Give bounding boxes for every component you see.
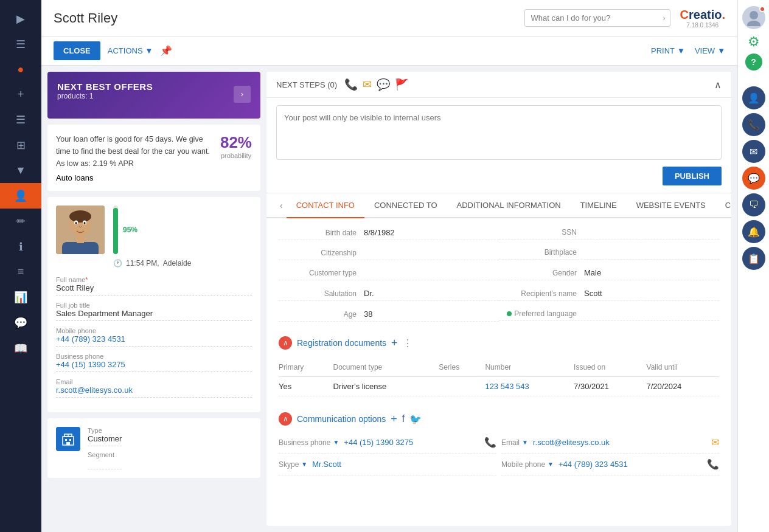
- comm-skype-label: Skype▼: [279, 460, 307, 469]
- caret-icon: ▼: [333, 439, 339, 446]
- comm-options-add-button[interactable]: +: [391, 413, 397, 426]
- comm-skype-value[interactable]: Mr.Scott: [312, 460, 341, 469]
- reg-docs-add-button[interactable]: +: [391, 337, 398, 350]
- view-chevron-icon: ▼: [717, 46, 725, 55]
- contact-info-grid: Birth date 8/8/1982 Citizenship Customer…: [279, 228, 719, 330]
- full-name-value: Scott Riley: [56, 283, 252, 295]
- post-input[interactable]: [276, 105, 722, 160]
- nav-documents[interactable]: ☰: [0, 107, 41, 133]
- publish-button[interactable]: PUBLISH: [663, 167, 722, 185]
- nav-chat[interactable]: 💬: [0, 310, 41, 336]
- print-button[interactable]: PRINT ▼: [651, 46, 685, 55]
- tab-website-events[interactable]: WEBSITE EVENTS: [627, 193, 715, 218]
- reg-docs-menu-button[interactable]: ⋮: [403, 337, 412, 349]
- toolbar-right: PRINT ▼ VIEW ▼: [651, 46, 725, 55]
- ssn-row: SSN: [499, 228, 719, 240]
- view-button[interactable]: VIEW ▼: [695, 46, 725, 55]
- nav-chart[interactable]: 📊: [0, 285, 41, 310]
- nav-edit[interactable]: ✏: [0, 209, 41, 234]
- tab-additional-info[interactable]: ADDITIONAL INFORMATION: [447, 193, 571, 218]
- completeness-section: 95%: [113, 206, 252, 254]
- step-email-icon[interactable]: ✉: [363, 78, 372, 91]
- cell-number: 123 543 543: [485, 377, 574, 396]
- tabs-prev-button[interactable]: ‹: [276, 195, 287, 216]
- actions-button[interactable]: ACTIONS ▼: [108, 46, 153, 55]
- creatio-logo: Creatio. 7.18.0.1346: [680, 8, 725, 29]
- reg-docs-title: Registration documents: [297, 338, 386, 348]
- tab-contact-info[interactable]: CONTACT INFO: [287, 193, 364, 218]
- close-button[interactable]: CLOSE: [54, 41, 100, 60]
- svg-rect-7: [62, 242, 99, 254]
- email-value[interactable]: r.scott@elitesys.co.uk: [56, 385, 252, 398]
- nav-book[interactable]: 📖: [0, 336, 41, 361]
- comm-options-grid: Business phone▼ +44 (15) 1390 3275 📞 Ema…: [279, 437, 719, 475]
- comm-mobile-icon: 📞: [707, 458, 719, 470]
- print-chevron-icon: ▼: [677, 46, 685, 55]
- collapse-button[interactable]: ∧: [714, 79, 722, 91]
- mobile-value[interactable]: +44 (789) 323 4531: [56, 334, 252, 347]
- comm-mobile-phone-value[interactable]: +44 (789) 323 4531: [558, 460, 628, 469]
- nav-list[interactable]: ≡: [0, 260, 41, 285]
- tab-timeline[interactable]: TIMELINE: [571, 193, 627, 218]
- comm-email-value[interactable]: r.scott@elitesys.co.uk: [533, 438, 610, 447]
- table-row[interactable]: Yes Driver's license 123 543 543 7/30/20…: [279, 377, 719, 396]
- nav-info[interactable]: ℹ: [0, 234, 41, 260]
- rp-bell-icon[interactable]: 🔔: [742, 220, 765, 243]
- nav-expand[interactable]: ▶: [0, 6, 41, 32]
- svg-rect-12: [65, 439, 67, 441]
- comm-business-phone-value[interactable]: +44 (15) 1390 3275: [344, 438, 413, 447]
- nav-menu[interactable]: ☰: [0, 32, 41, 57]
- tab-communic[interactable]: COMMUNIC...: [715, 193, 731, 218]
- facebook-icon[interactable]: f: [402, 413, 405, 424]
- rp-chat2-icon[interactable]: 🗨: [742, 193, 765, 216]
- business-value[interactable]: +44 (15) 1390 3275: [56, 360, 252, 372]
- rp-notes-icon[interactable]: 📋: [742, 247, 765, 270]
- search-arrow-icon: ›: [663, 14, 666, 22]
- left-navigation: ▶ ☰ ● + ☰ ⊞ ▼ 👤 ✏ ℹ ≡ 📊 💬 📖: [0, 0, 41, 532]
- comm-mobile-phone-row: Mobile phone▼ +44 (789) 323 4531 📞: [501, 458, 719, 475]
- col-doc-type: Document type: [333, 361, 439, 377]
- nav-play[interactable]: ●: [0, 57, 41, 82]
- comm-phone-icon: 📞: [484, 437, 496, 448]
- gender-row: Gender Male: [499, 268, 719, 280]
- nav-filter[interactable]: ▼: [0, 158, 41, 183]
- user-avatar[interactable]: [742, 6, 765, 29]
- email-label: Email: [56, 378, 252, 385]
- birth-date-label: Birth date: [279, 229, 364, 237]
- rp-chat-icon[interactable]: 💬: [742, 167, 765, 190]
- tab-connected-to[interactable]: CONNECTED TO: [364, 193, 447, 218]
- rp-mail-icon[interactable]: ✉: [742, 140, 765, 163]
- comm-options-toggle-button[interactable]: ∧: [279, 412, 292, 426]
- logo-reatio-text: reatio: [689, 8, 722, 21]
- pin-icon[interactable]: 📌: [160, 45, 172, 57]
- step-phone-icon[interactable]: 📞: [344, 78, 358, 91]
- offer-label: Auto loans: [56, 173, 211, 182]
- step-chat-icon[interactable]: 💬: [377, 78, 390, 91]
- completeness-bar: [113, 206, 118, 254]
- search-input[interactable]: [524, 9, 670, 27]
- rp-phone-icon[interactable]: 📞: [742, 113, 765, 136]
- table-header-row: Primary Document type Series Number Issu…: [279, 361, 719, 377]
- nav-add[interactable]: +: [0, 82, 41, 107]
- rp-person-icon[interactable]: 👤: [742, 86, 765, 109]
- reg-docs-table: Primary Document type Series Number Issu…: [279, 361, 719, 396]
- profile-photo: [56, 206, 105, 254]
- job-title-label: Full job title: [56, 302, 252, 309]
- citizenship-row: Citizenship: [279, 249, 499, 260]
- nav-contacts[interactable]: 👤: [0, 183, 41, 209]
- twitter-icon[interactable]: 🐦: [409, 413, 422, 425]
- nav-grid[interactable]: ⊞: [0, 133, 41, 158]
- col-primary: Primary: [279, 361, 333, 377]
- help-icon[interactable]: ?: [745, 54, 762, 71]
- page-title: Scott Riley: [54, 10, 117, 26]
- right-panel: ⚙ ? 👤 📞 ✉ 💬 🗨 🔔 📋: [737, 0, 769, 532]
- step-flag-icon[interactable]: 🚩: [395, 78, 408, 91]
- right-content-panel: NEXT STEPS (0) 📞 ✉ 💬 🚩 ∧ PUBLISH: [266, 72, 731, 526]
- nbo-next-button[interactable]: ›: [234, 86, 251, 103]
- reg-docs-toggle-button[interactable]: ∧: [279, 336, 292, 350]
- cell-series: [439, 377, 485, 396]
- comm-business-phone-label: Business phone▼: [279, 438, 339, 447]
- comm-email-row: Email▼ r.scott@elitesys.co.uk ✉: [501, 437, 719, 454]
- gear-icon[interactable]: ⚙: [748, 34, 760, 50]
- clock-icon: 🕐: [113, 259, 122, 268]
